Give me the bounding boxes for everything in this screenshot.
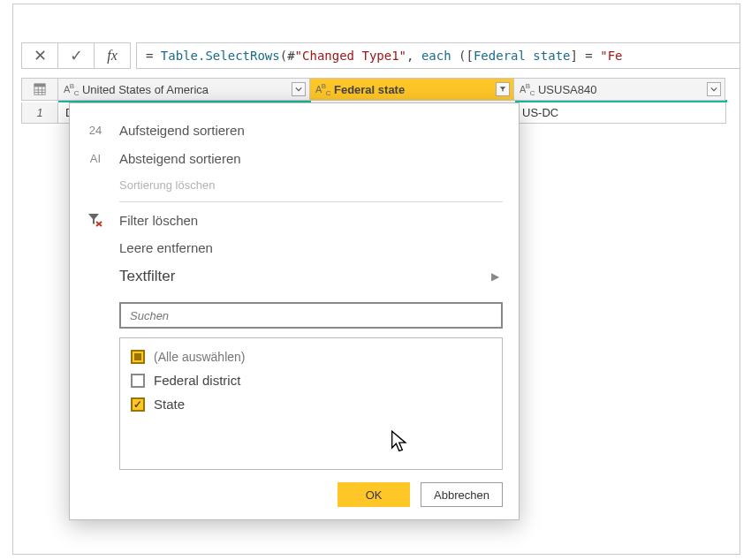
column-filter-button[interactable]	[292, 82, 306, 96]
filter-search-input[interactable]	[130, 309, 492, 322]
filter-dropdown: 24 Aufsteigend sortieren AI Absteigend s…	[69, 102, 520, 520]
column-header-usa[interactable]: ABC United States of America	[57, 78, 310, 101]
menu-label: Absteigend sortieren	[119, 151, 503, 166]
cell[interactable]: US-DC	[514, 102, 726, 124]
text-filter-item[interactable]: Textfilter ▶	[86, 261, 503, 291]
checkbox-icon[interactable]	[131, 374, 145, 388]
column-header-label: United States of America	[82, 83, 288, 96]
formula-token: "Fe	[600, 49, 622, 63]
formula-bar: fx = Table.SelectRows ( # "Changed Type1…	[21, 42, 740, 69]
formula-token: Federal state	[474, 49, 571, 63]
formula-token: Table.SelectRows	[161, 49, 280, 63]
divider	[119, 201, 503, 202]
menu-label: Leere entfernen	[119, 240, 503, 255]
cancel-formula-button[interactable]	[21, 42, 58, 69]
dialog-buttons: OK Abbrechen	[86, 482, 503, 507]
column-header-label: Federal state	[334, 83, 492, 96]
formula-token: (	[459, 49, 466, 63]
select-all-corner[interactable]	[21, 78, 58, 101]
checkbox-label: (Alle auswählen)	[154, 350, 246, 364]
menu-label: Filter löschen	[119, 213, 503, 228]
formula-token: =	[146, 49, 161, 63]
column-header-federal-state[interactable]: ABC Federal state	[309, 78, 514, 101]
filter-option[interactable]: Federal district	[129, 368, 493, 392]
menu-label: Aufsteigend sortieren	[119, 123, 503, 138]
row-number[interactable]: 1	[21, 102, 58, 124]
formula-token: "Changed Type1"	[295, 49, 406, 63]
clear-sort-item[interactable]: Sortierung löschen	[86, 172, 503, 198]
formula-input[interactable]: = Table.SelectRows ( # "Changed Type1" ,…	[136, 42, 740, 69]
cancel-button[interactable]: Abbrechen	[421, 482, 503, 507]
formula-token	[451, 49, 459, 63]
menu-label: Textfilter	[119, 268, 477, 285]
menu-label: Sortierung löschen	[119, 178, 503, 192]
column-header-label: USUSA840	[538, 83, 703, 96]
checkbox-label: State	[154, 397, 185, 412]
column-filter-button[interactable]	[496, 82, 510, 96]
remove-empty-item[interactable]: Leere entfernen	[86, 234, 503, 261]
clear-filter-icon	[86, 212, 105, 228]
formula-token: [	[466, 49, 473, 63]
formula-token: ,	[406, 49, 421, 63]
sort-asc-item[interactable]: 24 Aufsteigend sortieren	[86, 116, 503, 144]
select-all-line[interactable]: (Alle auswählen)	[129, 345, 493, 368]
chevron-right-icon: ▶	[491, 270, 499, 283]
formula-token: (	[280, 49, 287, 63]
checkbox-label: Federal district	[154, 373, 240, 388]
abc-type-icon: ABC	[520, 82, 535, 97]
column-header-ususa840[interactable]: ABC USUSA840	[513, 78, 725, 101]
formula-token: each	[421, 49, 451, 63]
ok-button[interactable]: OK	[338, 482, 410, 507]
fx-icon: fx	[94, 42, 131, 69]
formula-token: =	[578, 49, 600, 63]
filter-search-box[interactable]	[119, 302, 503, 329]
abc-type-icon: ABC	[315, 82, 330, 97]
filter-values-list: (Alle auswählen) Federal district State	[119, 337, 503, 470]
clear-filter-item[interactable]: Filter löschen	[86, 206, 503, 234]
svg-rect-1	[34, 84, 45, 87]
column-filter-button[interactable]	[707, 82, 721, 96]
commit-formula-button[interactable]	[57, 42, 95, 69]
sort-desc-item[interactable]: AI Absteigend sortieren	[86, 144, 503, 172]
sort-asc-icon: 24	[86, 122, 105, 138]
sort-desc-icon: AI	[86, 150, 105, 166]
formula-token: ]	[571, 49, 578, 63]
formula-token: #	[287, 49, 294, 63]
checkbox-checked-icon[interactable]	[131, 397, 145, 412]
filter-option[interactable]: State	[129, 392, 493, 416]
abc-type-icon: ABC	[64, 82, 79, 97]
checkbox-indeterminate-icon[interactable]	[131, 350, 145, 364]
